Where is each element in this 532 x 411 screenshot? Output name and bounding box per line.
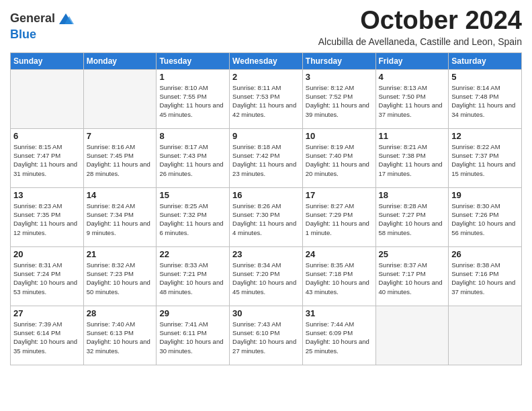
day-number: 31 xyxy=(306,308,373,318)
day-number: 24 xyxy=(306,249,373,259)
week-row-3: 13Sunrise: 8:23 AMSunset: 7:35 PMDayligh… xyxy=(11,187,522,246)
day-info: Sunrise: 8:14 AMSunset: 7:48 PMDaylight:… xyxy=(451,83,519,119)
calendar-cell: 9Sunrise: 8:18 AMSunset: 7:42 PMDaylight… xyxy=(230,128,303,187)
day-info: Sunrise: 8:27 AMSunset: 7:29 PMDaylight:… xyxy=(306,201,373,237)
header: General Blue October 2024 Alcubilla de A… xyxy=(10,7,522,47)
day-info: Sunrise: 8:24 AMSunset: 7:34 PMDaylight:… xyxy=(87,201,154,237)
calendar-cell: 15Sunrise: 8:25 AMSunset: 7:32 PMDayligh… xyxy=(157,187,230,246)
calendar-cell xyxy=(375,306,449,365)
day-info: Sunrise: 8:23 AMSunset: 7:35 PMDaylight:… xyxy=(13,201,81,237)
calendar-cell: 14Sunrise: 8:24 AMSunset: 7:34 PMDayligh… xyxy=(83,187,157,246)
calendar-cell: 13Sunrise: 8:23 AMSunset: 7:35 PMDayligh… xyxy=(11,187,84,246)
calendar-cell xyxy=(449,306,522,365)
week-row-4: 20Sunrise: 8:31 AMSunset: 7:24 PMDayligh… xyxy=(11,246,522,306)
day-number: 25 xyxy=(379,249,446,259)
calendar-cell: 2Sunrise: 8:11 AMSunset: 7:53 PMDaylight… xyxy=(230,69,303,128)
calendar-cell: 12Sunrise: 8:22 AMSunset: 7:37 PMDayligh… xyxy=(449,128,522,187)
day-number: 22 xyxy=(159,249,226,259)
logo-text-blue: Blue xyxy=(10,28,36,42)
day-info: Sunrise: 8:26 AMSunset: 7:30 PMDaylight:… xyxy=(232,201,300,237)
calendar-cell: 28Sunrise: 7:40 AMSunset: 6:13 PMDayligh… xyxy=(83,306,157,365)
day-info: Sunrise: 8:17 AMSunset: 7:43 PMDaylight:… xyxy=(159,142,226,178)
day-info: Sunrise: 8:33 AMSunset: 7:21 PMDaylight:… xyxy=(159,261,226,296)
calendar-cell xyxy=(83,69,157,128)
calendar-cell: 3Sunrise: 8:12 AMSunset: 7:52 PMDaylight… xyxy=(302,69,375,128)
day-info: Sunrise: 8:21 AMSunset: 7:38 PMDaylight:… xyxy=(379,142,446,178)
calendar-cell: 29Sunrise: 7:41 AMSunset: 6:11 PMDayligh… xyxy=(157,306,230,365)
day-info: Sunrise: 8:25 AMSunset: 7:32 PMDaylight:… xyxy=(159,201,226,237)
calendar-cell: 4Sunrise: 8:13 AMSunset: 7:50 PMDaylight… xyxy=(375,69,449,128)
calendar-cell: 23Sunrise: 8:34 AMSunset: 7:20 PMDayligh… xyxy=(230,246,303,306)
calendar-cell: 18Sunrise: 8:28 AMSunset: 7:27 PMDayligh… xyxy=(375,187,449,246)
logo: General Blue xyxy=(10,9,75,42)
calendar-cell: 21Sunrise: 8:32 AMSunset: 7:23 PMDayligh… xyxy=(83,246,157,306)
calendar-cell: 1Sunrise: 8:10 AMSunset: 7:55 PMDaylight… xyxy=(157,69,230,128)
logo-icon xyxy=(56,9,75,28)
calendar-cell: 5Sunrise: 8:14 AMSunset: 7:48 PMDaylight… xyxy=(449,69,522,128)
day-info: Sunrise: 8:11 AMSunset: 7:53 PMDaylight:… xyxy=(232,83,300,119)
calendar-cell: 20Sunrise: 8:31 AMSunset: 7:24 PMDayligh… xyxy=(11,246,84,306)
day-info: Sunrise: 8:16 AMSunset: 7:45 PMDaylight:… xyxy=(87,142,154,178)
day-number: 23 xyxy=(232,249,300,259)
day-number: 1 xyxy=(159,72,226,82)
day-info: Sunrise: 8:13 AMSunset: 7:50 PMDaylight:… xyxy=(379,83,446,119)
day-number: 20 xyxy=(13,249,81,259)
week-row-2: 6Sunrise: 8:15 AMSunset: 7:47 PMDaylight… xyxy=(11,128,522,187)
day-info: Sunrise: 8:34 AMSunset: 7:20 PMDaylight:… xyxy=(232,261,300,296)
day-number: 3 xyxy=(306,72,373,82)
day-info: Sunrise: 8:37 AMSunset: 7:17 PMDaylight:… xyxy=(379,261,446,296)
calendar-cell: 17Sunrise: 8:27 AMSunset: 7:29 PMDayligh… xyxy=(302,187,375,246)
calendar-cell: 19Sunrise: 8:30 AMSunset: 7:26 PMDayligh… xyxy=(449,187,522,246)
calendar-cell: 25Sunrise: 8:37 AMSunset: 7:17 PMDayligh… xyxy=(375,246,449,306)
weekday-header-row: SundayMondayTuesdayWednesdayThursdayFrid… xyxy=(11,52,522,69)
day-number: 13 xyxy=(13,190,81,200)
page: General Blue October 2024 Alcubilla de A… xyxy=(0,0,532,375)
calendar: SundayMondayTuesdayWednesdayThursdayFrid… xyxy=(10,52,522,365)
calendar-cell: 31Sunrise: 7:44 AMSunset: 6:09 PMDayligh… xyxy=(302,306,375,365)
day-number: 27 xyxy=(13,308,81,318)
day-number: 16 xyxy=(232,190,300,200)
calendar-cell: 30Sunrise: 7:43 AMSunset: 6:10 PMDayligh… xyxy=(230,306,303,365)
logo-text-general: General xyxy=(10,12,55,26)
day-number: 4 xyxy=(379,72,446,82)
day-info: Sunrise: 8:28 AMSunset: 7:27 PMDaylight:… xyxy=(379,201,446,237)
weekday-header-saturday: Saturday xyxy=(449,52,522,69)
day-info: Sunrise: 8:15 AMSunset: 7:47 PMDaylight:… xyxy=(13,142,81,178)
calendar-cell: 6Sunrise: 8:15 AMSunset: 7:47 PMDaylight… xyxy=(11,128,84,187)
weekday-header-thursday: Thursday xyxy=(302,52,375,69)
calendar-cell: 22Sunrise: 8:33 AMSunset: 7:21 PMDayligh… xyxy=(157,246,230,306)
calendar-cell: 11Sunrise: 8:21 AMSunset: 7:38 PMDayligh… xyxy=(375,128,449,187)
calendar-cell: 27Sunrise: 7:39 AMSunset: 6:14 PMDayligh… xyxy=(11,306,84,365)
day-info: Sunrise: 7:44 AMSunset: 6:09 PMDaylight:… xyxy=(306,320,373,355)
day-info: Sunrise: 8:19 AMSunset: 7:40 PMDaylight:… xyxy=(306,142,373,178)
day-number: 30 xyxy=(232,308,300,318)
day-info: Sunrise: 8:38 AMSunset: 7:16 PMDaylight:… xyxy=(451,261,519,296)
day-number: 11 xyxy=(379,131,446,141)
day-info: Sunrise: 8:31 AMSunset: 7:24 PMDaylight:… xyxy=(13,261,81,296)
weekday-header-monday: Monday xyxy=(83,52,157,69)
day-number: 5 xyxy=(451,72,519,82)
calendar-cell: 26Sunrise: 8:38 AMSunset: 7:16 PMDayligh… xyxy=(449,246,522,306)
day-info: Sunrise: 8:32 AMSunset: 7:23 PMDaylight:… xyxy=(87,261,154,296)
day-info: Sunrise: 8:10 AMSunset: 7:55 PMDaylight:… xyxy=(159,83,226,119)
day-number: 26 xyxy=(451,249,519,259)
calendar-cell: 24Sunrise: 8:35 AMSunset: 7:18 PMDayligh… xyxy=(302,246,375,306)
day-number: 6 xyxy=(13,131,81,141)
day-number: 18 xyxy=(379,190,446,200)
day-number: 29 xyxy=(159,308,226,318)
weekday-header-tuesday: Tuesday xyxy=(157,52,230,69)
day-number: 7 xyxy=(87,131,154,141)
day-info: Sunrise: 8:18 AMSunset: 7:42 PMDaylight:… xyxy=(232,142,300,178)
day-info: Sunrise: 7:40 AMSunset: 6:13 PMDaylight:… xyxy=(87,320,154,355)
day-info: Sunrise: 7:39 AMSunset: 6:14 PMDaylight:… xyxy=(13,320,81,355)
month-title: October 2024 xyxy=(318,7,522,35)
day-number: 15 xyxy=(159,190,226,200)
weekday-header-friday: Friday xyxy=(375,52,449,69)
day-number: 21 xyxy=(87,249,154,259)
day-number: 17 xyxy=(306,190,373,200)
calendar-cell: 7Sunrise: 8:16 AMSunset: 7:45 PMDaylight… xyxy=(83,128,157,187)
day-info: Sunrise: 8:35 AMSunset: 7:18 PMDaylight:… xyxy=(306,261,373,296)
day-info: Sunrise: 8:22 AMSunset: 7:37 PMDaylight:… xyxy=(451,142,519,178)
weekday-header-wednesday: Wednesday xyxy=(230,52,303,69)
day-number: 12 xyxy=(451,131,519,141)
